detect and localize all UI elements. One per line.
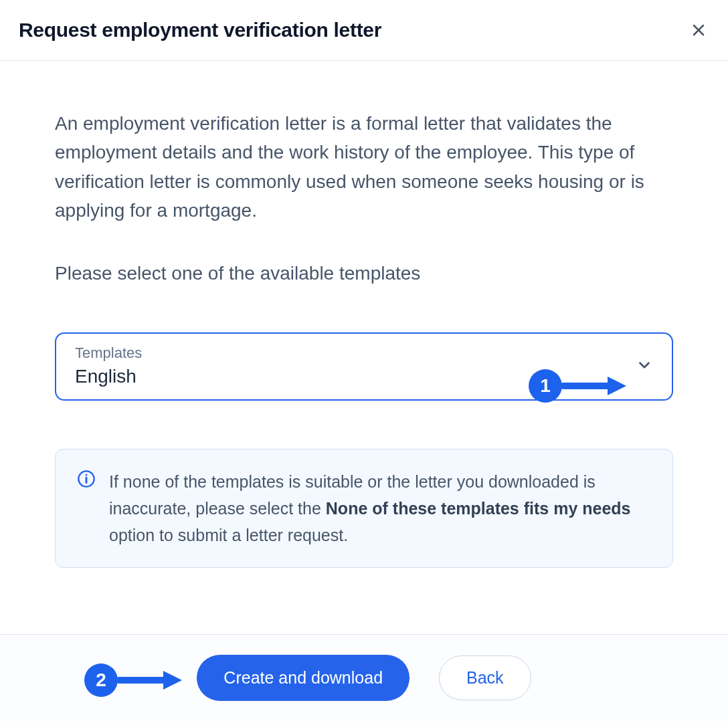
- instruction-text: Please select one of the available templ…: [55, 263, 673, 284]
- arrow-right-icon: [561, 373, 628, 399]
- templates-dropdown-label: Templates: [75, 344, 653, 362]
- info-text-bold: None of these templates fits my needs: [326, 499, 631, 518]
- svg-marker-8: [163, 671, 182, 690]
- arrow-right-icon: [116, 667, 183, 694]
- svg-point-4: [86, 474, 88, 476]
- annotation-2: 2: [84, 663, 183, 697]
- description-text: An employment verification letter is a f…: [55, 109, 673, 225]
- info-text: If none of the templates is suitable or …: [109, 468, 651, 548]
- svg-marker-6: [608, 377, 626, 395]
- dialog-content: An employment verification letter is a f…: [0, 61, 728, 568]
- annotation-1: 1: [529, 369, 628, 403]
- close-icon: [691, 22, 707, 38]
- dialog-header: Request employment verification letter: [0, 0, 728, 61]
- dialog-title: Request employment verification letter: [19, 19, 381, 41]
- close-button[interactable]: [688, 19, 709, 41]
- info-callout: If none of the templates is suitable or …: [55, 449, 673, 568]
- annotation-badge-2: 2: [84, 663, 118, 697]
- info-text-after: option to submit a letter request.: [109, 526, 348, 544]
- info-icon: [77, 470, 96, 491]
- create-and-download-button[interactable]: Create and download: [197, 655, 410, 701]
- back-button[interactable]: Back: [439, 655, 531, 700]
- annotation-badge-1: 1: [529, 369, 562, 403]
- chevron-down-icon: [636, 356, 653, 377]
